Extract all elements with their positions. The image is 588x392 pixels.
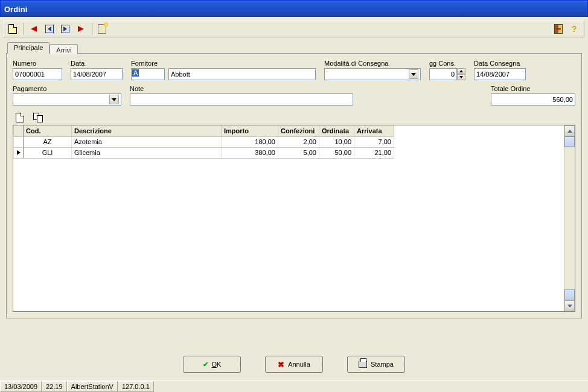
nav-first-button[interactable] bbox=[42, 22, 57, 36]
nav-first-icon bbox=[45, 25, 54, 33]
wizard-button[interactable] bbox=[95, 22, 109, 36]
exit-button[interactable] bbox=[551, 22, 566, 36]
col-ordinata[interactable]: Ordinata bbox=[319, 125, 354, 136]
status-ip: 127.0.0.1 bbox=[118, 381, 154, 392]
dropdown-icon bbox=[109, 95, 119, 104]
printer-icon bbox=[359, 361, 367, 368]
dataconsegna-field: Data Consegna bbox=[474, 60, 526, 80]
numero-field: Numero bbox=[13, 60, 62, 80]
cell-ordinata[interactable]: 10,00 bbox=[319, 136, 354, 147]
window-titlebar: Ordini bbox=[1, 1, 587, 17]
scroll-thumb[interactable] bbox=[564, 289, 575, 300]
pagamento-select[interactable] bbox=[13, 93, 121, 106]
dropdown-icon bbox=[409, 69, 418, 79]
data-input[interactable] bbox=[71, 68, 123, 80]
numero-input[interactable] bbox=[13, 68, 62, 80]
arrow-left-icon bbox=[31, 26, 37, 32]
spin-up-button[interactable] bbox=[457, 68, 465, 74]
scroll-thumb[interactable] bbox=[564, 136, 575, 147]
pagamento-field: Pagamento bbox=[13, 85, 121, 106]
modalita-select[interactable] bbox=[324, 68, 421, 80]
stampa-button[interactable]: Stampa bbox=[347, 356, 405, 373]
ggcons-spinner[interactable] bbox=[429, 68, 465, 80]
annulla-label: Annulla bbox=[288, 361, 310, 368]
fornitore-name-input[interactable] bbox=[168, 68, 316, 80]
scroll-down-button[interactable] bbox=[564, 300, 575, 311]
grid-vscrollbar[interactable] bbox=[564, 125, 575, 311]
cell-importo[interactable]: 180,00 bbox=[222, 136, 278, 147]
ok-button[interactable]: ✔ OK bbox=[183, 356, 241, 373]
scroll-up-button[interactable] bbox=[564, 125, 575, 136]
dataconsegna-input[interactable] bbox=[474, 68, 526, 80]
nav-prev-button[interactable] bbox=[27, 22, 41, 36]
spin-down-button[interactable] bbox=[457, 74, 465, 80]
totale-output bbox=[491, 93, 575, 106]
note-label: Note bbox=[130, 85, 353, 92]
table-row[interactable]: AZAzotemia180,002,0010,007,00 bbox=[14, 136, 394, 147]
cell-descrizione[interactable]: Azotemia bbox=[72, 136, 222, 147]
fornitore-label: Fornitore bbox=[131, 60, 316, 67]
nav-last-icon bbox=[61, 25, 69, 33]
chevron-down-icon bbox=[567, 305, 572, 308]
exit-icon bbox=[554, 24, 563, 34]
ggcons-field: gg Cons. bbox=[429, 60, 465, 80]
fornitore-code-input[interactable]: A bbox=[131, 68, 165, 80]
cell-confezioni[interactable]: 5,00 bbox=[278, 147, 319, 158]
table-row[interactable]: GLIGlicemia380,005,0050,0021,00 bbox=[14, 147, 394, 158]
dialog-button-bar: ✔ OK ✖ Annulla Stampa bbox=[0, 356, 588, 373]
tabset: Principale Arrivi Numero Data Fornitore … bbox=[6, 41, 582, 318]
toolbar-sep bbox=[24, 23, 24, 35]
tab-panel-principale: Numero Data Fornitore A Modalità di Cons… bbox=[6, 53, 582, 318]
cell-confezioni[interactable]: 2,00 bbox=[278, 136, 319, 147]
cell-importo[interactable]: 380,00 bbox=[222, 147, 278, 158]
toolbar-sep bbox=[92, 23, 92, 35]
nav-last-button[interactable] bbox=[58, 22, 72, 36]
row-indicator bbox=[14, 136, 24, 147]
fornitore-field: Fornitore A bbox=[131, 60, 316, 80]
annulla-button[interactable]: ✖ Annulla bbox=[265, 356, 323, 373]
chevron-down-icon bbox=[459, 76, 463, 78]
window-title: Ordini bbox=[4, 5, 27, 14]
chevron-up-icon bbox=[567, 130, 572, 133]
col-descrizione[interactable]: Descrizione bbox=[72, 125, 222, 136]
col-arrivata[interactable]: Arrivata bbox=[354, 125, 394, 136]
pagamento-label: Pagamento bbox=[13, 85, 121, 92]
data-field: Data bbox=[71, 60, 123, 80]
cell-ordinata[interactable]: 50,00 bbox=[319, 147, 354, 158]
main-toolbar: ? bbox=[4, 21, 584, 37]
note-input[interactable] bbox=[130, 93, 353, 106]
totale-field: Totale Ordine bbox=[491, 85, 575, 106]
cell-arrivata[interactable]: 7,00 bbox=[354, 136, 394, 147]
data-label: Data bbox=[71, 60, 123, 67]
grid-transfer-button[interactable] bbox=[31, 111, 45, 124]
grid-new-row-button[interactable] bbox=[13, 111, 27, 124]
note-field: Note bbox=[130, 85, 353, 106]
tab-arrivi[interactable]: Arrivi bbox=[50, 44, 78, 54]
cell-cod[interactable]: AZ bbox=[24, 136, 72, 147]
modalita-label: Modalità di Consegna bbox=[324, 60, 421, 67]
nav-next-button[interactable] bbox=[74, 22, 88, 36]
wizard-icon bbox=[98, 24, 106, 34]
ggcons-input[interactable] bbox=[429, 68, 457, 80]
row-indicator bbox=[14, 147, 24, 158]
status-bar: 13/03/2009 22.19 AlbertStationV 127.0.0.… bbox=[0, 380, 588, 392]
dataconsegna-label: Data Consegna bbox=[474, 60, 526, 67]
orders-table[interactable]: Cod. Descrizione Importo Confezioni Ordi… bbox=[13, 125, 394, 159]
col-cod[interactable]: Cod. bbox=[24, 125, 72, 136]
ok-label: OK bbox=[212, 361, 222, 368]
tab-principale[interactable]: Principale bbox=[7, 42, 50, 54]
cell-arrivata[interactable]: 21,00 bbox=[354, 147, 394, 158]
cell-cod[interactable]: GLI bbox=[24, 147, 72, 158]
chevron-up-icon bbox=[459, 70, 463, 72]
check-icon: ✔ bbox=[203, 361, 208, 368]
transfer-icon bbox=[33, 113, 43, 122]
grid-toolbar bbox=[13, 110, 575, 125]
col-confezioni[interactable]: Confezioni bbox=[278, 125, 319, 136]
x-icon: ✖ bbox=[278, 360, 284, 369]
grid: Cod. Descrizione Importo Confezioni Ordi… bbox=[13, 125, 575, 312]
new-doc-icon bbox=[16, 113, 24, 122]
new-button[interactable] bbox=[5, 22, 20, 36]
col-importo[interactable]: Importo bbox=[222, 125, 278, 136]
cell-descrizione[interactable]: Glicemia bbox=[72, 147, 222, 158]
help-button[interactable]: ? bbox=[567, 22, 581, 36]
